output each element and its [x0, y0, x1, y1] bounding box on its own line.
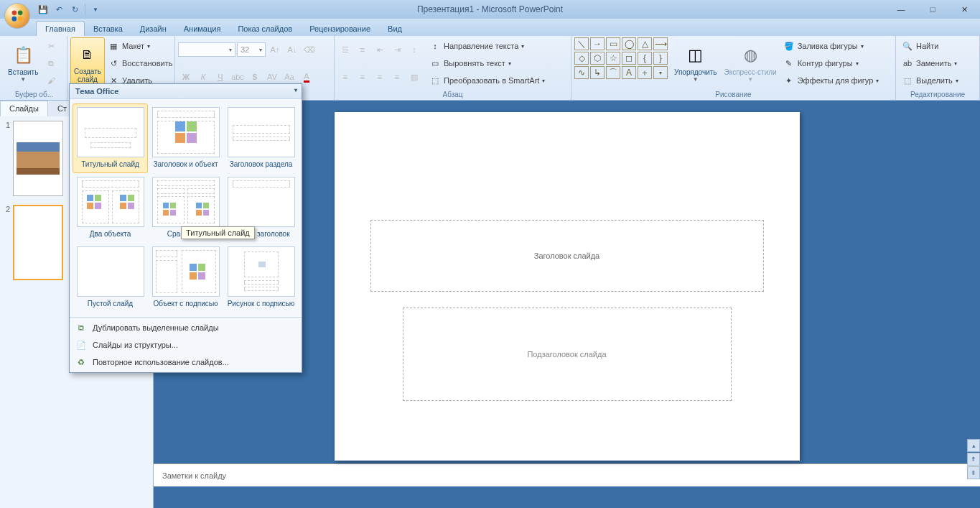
- justify-icon[interactable]: ≡: [389, 70, 405, 84]
- paste-button[interactable]: 📋 Вставить ▼: [4, 37, 42, 89]
- subtitle-placeholder[interactable]: Подзаголовок слайда: [403, 308, 732, 401]
- align-left-icon[interactable]: ≡: [337, 70, 353, 84]
- shape-plus-icon[interactable]: ＋: [638, 66, 652, 79]
- shape-arc-icon[interactable]: ⌒: [606, 66, 620, 79]
- qat-dropdown-icon[interactable]: ▼: [90, 4, 101, 15]
- layout-two-content[interactable]: Два объекта: [73, 173, 148, 243]
- scroll-up-icon[interactable]: ▴: [967, 439, 980, 452]
- shape-brace2-icon[interactable]: }: [653, 52, 668, 65]
- save-icon[interactable]: 💾: [37, 4, 49, 15]
- layout-content-caption[interactable]: Объект с подписью: [148, 243, 223, 313]
- arrange-button[interactable]: ◫ Упорядочить ▼: [671, 37, 721, 89]
- italic-icon[interactable]: К: [195, 70, 211, 84]
- tab-view[interactable]: Вид: [379, 22, 411, 36]
- gallery-dropdown-icon[interactable]: ▾: [294, 87, 297, 93]
- find-button[interactable]: 🔍Найти: [899, 39, 976, 53]
- editing-group-label: Редактирование: [899, 89, 976, 100]
- align-center-icon[interactable]: ≡: [355, 70, 370, 84]
- shape-more1-icon[interactable]: ⟶: [653, 37, 668, 50]
- replace-button[interactable]: abЗаменить ▾: [899, 56, 976, 70]
- spacing-icon[interactable]: AV: [264, 70, 280, 84]
- align-text-button[interactable]: ▭Выровнять текст ▾: [426, 56, 568, 70]
- notes-pane[interactable]: Заметки к слайду: [154, 463, 980, 486]
- increase-indent-icon[interactable]: ⇥: [389, 42, 405, 57]
- clipboard-group-label: Буфер об...: [4, 89, 64, 100]
- duplicate-slides-action[interactable]: ⧉Дублировать выделенные слайды: [70, 319, 302, 336]
- shape-arrow-icon[interactable]: →: [590, 37, 605, 50]
- shape-star-icon[interactable]: ☆: [606, 52, 620, 65]
- prev-slide-icon[interactable]: ⇞: [967, 453, 980, 466]
- shape-effects-button[interactable]: ✦Эффекты для фигур ▾: [780, 73, 892, 88]
- cut-icon[interactable]: ✂: [43, 39, 59, 53]
- align-right-icon[interactable]: ≡: [372, 70, 388, 84]
- shape-line-icon[interactable]: ＼: [574, 37, 589, 50]
- layout-title-slide[interactable]: Титульный слайд: [73, 103, 148, 173]
- close-button[interactable]: ✕: [948, 0, 980, 19]
- decrease-indent-icon[interactable]: ⇤: [372, 42, 388, 57]
- select-button[interactable]: ⬚Выделить ▾: [899, 73, 976, 88]
- shape-dropdown-icon[interactable]: ▾: [653, 66, 668, 79]
- minimize-button[interactable]: —: [885, 0, 917, 19]
- office-button[interactable]: [4, 3, 30, 29]
- line-spacing-icon[interactable]: ↕: [406, 42, 422, 57]
- tab-insert[interactable]: Вставка: [85, 22, 131, 36]
- shape-connector-icon[interactable]: ↳: [590, 66, 605, 79]
- numbering-icon[interactable]: ≡: [355, 42, 370, 57]
- bullets-icon[interactable]: ☰: [337, 42, 353, 57]
- reuse-slides-action[interactable]: ♻Повторное использование слайдов...: [70, 354, 302, 371]
- undo-icon[interactable]: ↶: [53, 4, 65, 15]
- title-placeholder[interactable]: Заголовок слайда: [370, 220, 764, 292]
- case-icon[interactable]: Aa: [281, 70, 297, 84]
- scrollbar[interactable]: ▴ ⇞ ⇟: [967, 101, 980, 479]
- layout-picture-caption[interactable]: Рисунок с подписью: [223, 243, 299, 313]
- new-slide-button[interactable]: 🗎 Создать слайд: [70, 37, 105, 89]
- shape-hex-icon[interactable]: ⬡: [590, 52, 605, 65]
- underline-icon[interactable]: Ч: [213, 70, 228, 84]
- shape-fill-button[interactable]: 🪣Заливка фигуры ▾: [780, 39, 892, 53]
- slides-from-outline-action[interactable]: 📄Слайды из структуры...: [70, 336, 302, 354]
- font-size-combo[interactable]: 32▾: [237, 42, 266, 57]
- tab-animation[interactable]: Анимация: [175, 22, 230, 36]
- layout-button[interactable]: ▦Макет ▾: [105, 39, 175, 53]
- convert-smartart-button[interactable]: ⬚Преобразовать в SmartArt ▾: [426, 73, 568, 88]
- strike-icon[interactable]: abc: [230, 70, 246, 84]
- grow-font-icon[interactable]: A↑: [267, 42, 283, 57]
- next-slide-icon[interactable]: ⇟: [967, 466, 980, 479]
- shadow-icon[interactable]: S: [247, 70, 263, 84]
- layout-title-content[interactable]: Заголовок и объект: [148, 103, 223, 173]
- maximize-button[interactable]: □: [917, 0, 948, 19]
- layout-blank[interactable]: Пустой слайд: [73, 243, 148, 313]
- tab-review[interactable]: Рецензирование: [301, 22, 379, 36]
- format-painter-icon[interactable]: 🖌: [43, 73, 59, 88]
- font-color-icon[interactable]: A: [299, 70, 314, 84]
- shape-brace-icon[interactable]: {: [638, 52, 652, 65]
- panel-tab-slides[interactable]: Слайды: [0, 101, 48, 116]
- shape-text-icon[interactable]: A: [622, 66, 636, 79]
- font-combo[interactable]: ▾: [178, 42, 235, 57]
- shape-diamond-icon[interactable]: ◇: [574, 52, 589, 65]
- shape-triangle-icon[interactable]: △: [638, 37, 652, 50]
- copy-icon[interactable]: ⧉: [43, 56, 59, 70]
- tab-slideshow[interactable]: Показ слайдов: [229, 22, 301, 36]
- redo-icon[interactable]: ↻: [69, 4, 80, 15]
- clear-format-icon[interactable]: ⌫: [302, 42, 317, 57]
- layout-section-header[interactable]: Заголовок раздела: [223, 103, 299, 173]
- quick-styles-icon: ◍: [739, 44, 762, 67]
- shape-rect-icon[interactable]: ▭: [606, 37, 620, 50]
- shape-curve-icon[interactable]: ∿: [574, 66, 589, 79]
- shapes-gallery[interactable]: ＼ → ▭ ◯ △ ⟶ ◇ ⬡ ☆ ◻ { } ∿ ↳ ⌒ A ＋ ▾: [574, 37, 668, 89]
- arrange-icon: ◫: [684, 44, 707, 67]
- columns-icon[interactable]: ▥: [406, 70, 422, 84]
- shape-outline-button[interactable]: ✎Контур фигуры ▾: [780, 56, 892, 70]
- quick-styles-button[interactable]: ◍ Экспресс-стили ▼: [721, 37, 780, 89]
- slide[interactable]: Заголовок слайда Подзаголовок слайда: [335, 112, 800, 461]
- shrink-font-icon[interactable]: A↓: [284, 42, 300, 57]
- shape-oval-icon[interactable]: ◯: [622, 37, 636, 50]
- tab-design[interactable]: Дизайн: [131, 22, 175, 36]
- reuse-icon: ♻: [75, 356, 87, 368]
- bold-icon[interactable]: Ж: [178, 70, 194, 84]
- tab-home[interactable]: Главная: [36, 21, 85, 36]
- shape-callout-icon[interactable]: ◻: [622, 52, 636, 65]
- reset-button[interactable]: ↺Восстановить: [105, 56, 175, 70]
- text-direction-button[interactable]: ↕Направление текста ▾: [426, 39, 568, 53]
